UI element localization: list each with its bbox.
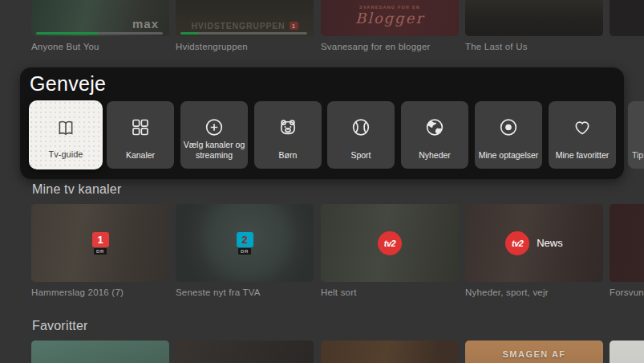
shortcut-label: Tv-guide xyxy=(29,149,103,160)
thumbnail-image: tv2News xyxy=(465,204,603,282)
book-icon xyxy=(55,117,77,139)
channels-heading: Mine tv kanaler xyxy=(32,182,122,197)
continue-watching-item[interactable]: maxAnyone But You xyxy=(31,0,169,51)
thumbnail-image: 2DR xyxy=(176,204,314,282)
thumbnail-title: Helt sort xyxy=(321,288,459,297)
record-icon xyxy=(498,116,520,138)
thumbnail-image xyxy=(176,341,314,363)
shortcut-label: Tips xyxy=(628,150,644,161)
grid-icon xyxy=(130,116,152,138)
favorite-item[interactable] xyxy=(321,341,459,363)
continue-watching-item[interactable] xyxy=(610,0,644,42)
ball-icon xyxy=(350,116,372,138)
shortcut-card-tips[interactable]: Tips xyxy=(628,101,644,169)
shortcut-card-kanaler[interactable]: Kanaler xyxy=(107,101,174,169)
watch-progress-fill xyxy=(36,32,98,35)
tv2-circle: tv2 xyxy=(505,231,529,255)
thumbnail-title: The Last of Us xyxy=(465,42,603,51)
channel-item[interactable]: 2DRSeneste nyt fra TVA xyxy=(176,204,314,297)
plus-circle-icon xyxy=(204,116,225,138)
favorite-item[interactable] xyxy=(176,341,314,363)
continue-watching-item[interactable]: HVIDSTENGRUPPEN1Hvidstengruppen xyxy=(176,0,314,51)
thumbnail-title: Svanesang for en blogger xyxy=(321,42,459,51)
thumbnail-caption-text: SMAGEN AF xyxy=(465,349,603,359)
shortcut-card-b-rn[interactable]: Børn xyxy=(254,101,322,169)
shortcut-card-sport[interactable]: Sport xyxy=(327,101,395,169)
tv2-news-label: News xyxy=(537,237,563,249)
favorites-heading: Favoritter xyxy=(32,319,88,333)
caption-text: HVIDSTENGRUPPEN xyxy=(191,21,285,31)
tv2-logo: tv2News xyxy=(505,231,563,255)
dr2-logo: 2DR xyxy=(237,232,253,255)
favorite-item[interactable] xyxy=(31,341,169,363)
channel-item[interactable]: Forsvundet xyxy=(610,204,644,297)
thumbnail-title: Hvidstengruppen xyxy=(176,42,314,51)
dr-network-label: DR xyxy=(238,248,251,255)
shortcut-card-mine-optagelser[interactable]: Mine optagelser xyxy=(475,101,542,169)
thumbnail-caption: HVIDSTENGRUPPEN1 xyxy=(176,21,314,31)
dr-network-label: DR xyxy=(94,248,107,255)
favorite-item[interactable]: SMAGEN AF xyxy=(465,341,603,363)
thumbnail-title: Nyheder, sport, vejr xyxy=(465,288,603,297)
thumbnail-image xyxy=(465,0,603,36)
shortcut-card-nyheder[interactable]: Nyheder xyxy=(401,101,468,169)
channel-item[interactable]: tv2NewsNyheder, sport, vejr xyxy=(465,204,603,297)
thumbnail-image: 1DR xyxy=(31,204,169,282)
thumbnail-image: SVANESANG FOR ENBlogger xyxy=(321,0,459,36)
watch-progress-bar xyxy=(180,32,307,35)
channel-item[interactable]: 1DRHammerslag 2016 (7) xyxy=(31,204,169,297)
shortcut-label: Vælg kanaler og streaming xyxy=(180,140,248,161)
dr1-mini-logo: 1 xyxy=(290,22,298,30)
shortcut-label: Mine favoritter xyxy=(549,150,616,161)
shortcut-label: Børn xyxy=(254,150,322,161)
thumbnail-title: Anyone But You xyxy=(31,42,169,51)
tv-home-screen: maxAnyone But YouHVIDSTENGRUPPEN1Hvidste… xyxy=(0,0,644,363)
thumbnail-image: HVIDSTENGRUPPEN1 xyxy=(176,0,314,36)
dr-channel-number: 2 xyxy=(237,232,253,247)
shortcut-label: Sport xyxy=(327,150,395,161)
thumbnail-title-art: Blogger xyxy=(321,10,459,27)
thumbnail-image xyxy=(610,0,644,36)
dr-channel-number: 1 xyxy=(92,232,109,247)
max-logo: max xyxy=(132,17,159,31)
favorite-item[interactable] xyxy=(610,341,644,363)
shortcut-card-tv-guide[interactable]: Tv-guide xyxy=(29,100,103,169)
shortcut-card-mine-favoritter[interactable]: Mine favoritter xyxy=(549,101,616,169)
continue-watching-item[interactable]: The Last of Us xyxy=(465,0,603,51)
shortcut-label: Kanaler xyxy=(107,150,174,161)
watch-progress-bar xyxy=(36,32,163,35)
thumbnail-image xyxy=(321,341,459,363)
shortcuts-heading: Genveje xyxy=(30,72,106,96)
bear-icon xyxy=(277,116,299,138)
tv2-circle: tv2 xyxy=(378,231,402,255)
watch-progress-fill xyxy=(180,32,198,35)
continue-watching-item[interactable]: SVANESANG FOR ENBloggerSvanesang for en … xyxy=(321,0,459,51)
thumbnail-title: Hammerslag 2016 (7) xyxy=(31,288,169,297)
dr1-logo: 1DR xyxy=(92,232,109,255)
shortcut-label: Nyheder xyxy=(401,150,468,161)
globe-icon xyxy=(424,116,446,138)
thumbnail-image xyxy=(31,341,169,363)
thumbnail-title: Seneste nyt fra TVA xyxy=(176,288,314,297)
thumbnail-image: SMAGEN AF xyxy=(465,341,603,363)
thumbnail-image xyxy=(610,204,644,282)
tv2-logo: tv2 xyxy=(378,231,402,255)
shortcut-label: Mine optagelser xyxy=(475,150,542,161)
thumbnail-image xyxy=(610,341,644,363)
shortcut-card-v-lg-kanaler-og-streaming[interactable]: Vælg kanaler og streaming xyxy=(180,101,248,169)
heart-icon xyxy=(572,116,593,138)
channel-item[interactable]: tv2Helt sort xyxy=(321,204,459,297)
thumbnail-image: tv2 xyxy=(321,204,459,282)
thumbnail-title: Forsvundet xyxy=(610,288,644,297)
thumbnail-image: max xyxy=(31,0,169,36)
